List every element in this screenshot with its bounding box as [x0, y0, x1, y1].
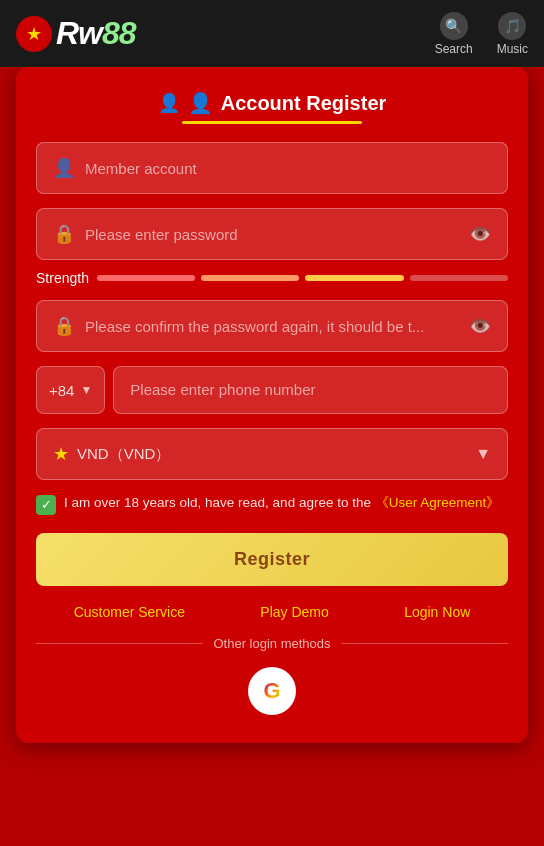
confirm-password-field: 🔒 👁️: [36, 300, 508, 352]
lock-icon: 🔒: [53, 223, 75, 245]
title-underline: [182, 121, 362, 124]
music-label: Music: [497, 42, 528, 56]
login-now-link[interactable]: Login Now: [404, 604, 470, 620]
divider-row: Other login methods: [36, 636, 508, 651]
music-button[interactable]: 🎵 Music: [497, 12, 528, 56]
logo-icon: ★: [16, 16, 52, 52]
google-login-button[interactable]: G: [248, 667, 296, 715]
currency-selector[interactable]: ★ VND（VND） ▼: [36, 428, 508, 480]
register-button[interactable]: Register: [36, 533, 508, 586]
search-button[interactable]: 🔍 Search: [435, 12, 473, 56]
password-input[interactable]: [85, 226, 459, 243]
modal-title-text: Account Register: [221, 92, 387, 115]
toggle-password-icon[interactable]: 👁️: [469, 223, 491, 245]
user-icon: 👤: [53, 157, 75, 179]
agreement-row: ✓ I am over 18 years old, have read, and…: [36, 494, 508, 515]
logo-rw: Rw: [56, 15, 102, 51]
strength-bar-4: [410, 275, 508, 281]
strength-bars: [97, 275, 508, 281]
register-modal: 👤 Account Register 👤 🔒 👁️ Strength 🔒 👁️ …: [16, 67, 528, 743]
confirm-password-input[interactable]: [85, 318, 459, 335]
member-account-input[interactable]: [85, 160, 491, 177]
logo-text: Rw88: [56, 15, 136, 52]
phone-prefix-selector[interactable]: +84 ▼: [36, 366, 105, 414]
agreement-text: I am over 18 years old, have read, and a…: [64, 494, 500, 513]
strength-bar-3: [305, 275, 403, 281]
divider-text: Other login methods: [213, 636, 330, 651]
phone-input[interactable]: [130, 381, 491, 398]
header: ★ Rw88 🔍 Search 🎵 Music: [0, 0, 544, 67]
strength-row: Strength: [36, 270, 508, 286]
strength-bar-2: [201, 275, 299, 281]
strength-bar-1: [97, 275, 195, 281]
divider-line-right: [341, 643, 508, 644]
strength-label: Strength: [36, 270, 89, 286]
account-icon: 👤: [188, 91, 213, 115]
bottom-links: Customer Service Play Demo Login Now: [36, 604, 508, 620]
toggle-confirm-password-icon[interactable]: 👁️: [469, 315, 491, 337]
search-label: Search: [435, 42, 473, 56]
logo: ★ Rw88: [16, 15, 136, 52]
phone-row: +84 ▼: [36, 366, 508, 414]
play-demo-link[interactable]: Play Demo: [260, 604, 328, 620]
lock-confirm-icon: 🔒: [53, 315, 75, 337]
chevron-down-icon: ▼: [80, 383, 92, 397]
agreement-checkbox[interactable]: ✓: [36, 495, 56, 515]
user-agreement-link[interactable]: 《User Agreement》: [375, 495, 501, 510]
member-account-field: 👤: [36, 142, 508, 194]
customer-service-link[interactable]: Customer Service: [74, 604, 185, 620]
phone-input-wrap: [113, 366, 508, 414]
search-icon: 🔍: [440, 12, 468, 40]
phone-prefix-value: +84: [49, 382, 74, 399]
currency-star-icon: ★: [53, 443, 69, 465]
header-actions: 🔍 Search 🎵 Music: [435, 12, 528, 56]
logo-88: 88: [102, 15, 136, 51]
modal-title: 👤 Account Register: [36, 91, 508, 115]
music-icon: 🎵: [498, 12, 526, 40]
logo-star-icon: ★: [26, 23, 42, 45]
google-icon: G: [263, 678, 280, 704]
social-login-row: G: [36, 667, 508, 715]
password-field: 🔒 👁️: [36, 208, 508, 260]
agreement-text-before: I am over 18 years old, have read, and a…: [64, 495, 371, 510]
currency-label: VND（VND）: [77, 445, 467, 464]
currency-chevron-icon: ▼: [475, 445, 491, 463]
divider-line-left: [36, 643, 203, 644]
